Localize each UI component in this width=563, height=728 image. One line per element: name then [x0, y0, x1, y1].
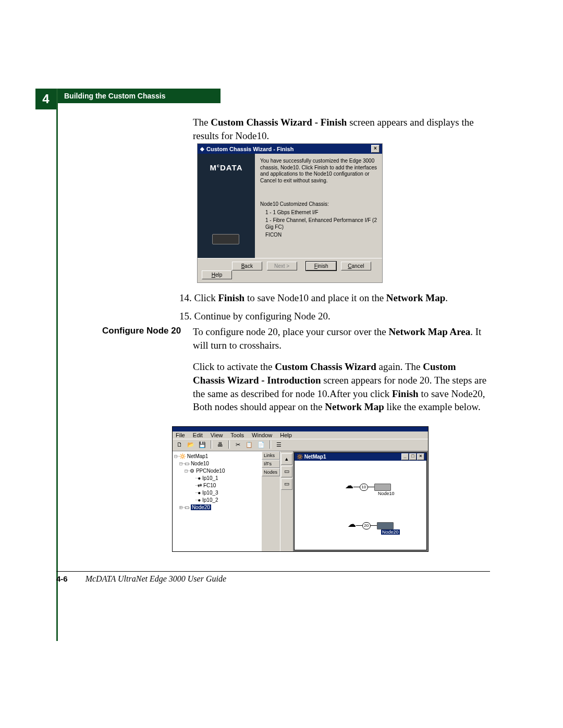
text: To configure node 20, place your cursor …: [193, 326, 388, 337]
step-14: 14. Click Finish to save Node10 and plac…: [179, 291, 490, 306]
header-title: Building the Custom Chassis: [58, 89, 221, 103]
properties-icon[interactable]: ☰: [274, 440, 284, 450]
tree-node20[interactable]: ⊞┄▭ Node20: [174, 504, 260, 511]
chassis-icon: [377, 522, 394, 529]
map-canvas[interactable]: ☁10 Node10 ☁20 Node20: [295, 461, 426, 549]
node-tool2-icon[interactable]: ▭: [281, 478, 292, 490]
side-tabs: Links I/Fs Nodes: [262, 451, 280, 551]
print-icon[interactable]: 🖶: [215, 440, 225, 450]
tree-ip1[interactable]: ┄● Ip10_1: [174, 475, 260, 482]
map-title-text: NetMap1: [304, 454, 326, 460]
next-button: Next >: [267, 262, 297, 270]
menu-help[interactable]: Help: [280, 432, 292, 438]
page-number: 4-6: [56, 574, 68, 583]
netmap-window: 🔆 NetMap1 _ □ × ☁10 Node10 ☁20 No: [294, 452, 427, 550]
step-num: 14.: [179, 292, 192, 303]
wizard-titlebar: ◆ Custom Chassis Wizard - Finish ×: [198, 144, 382, 154]
config-manager-screenshot: File Edit View Tools Window Help 🗋 📂 💾 🖶…: [172, 426, 429, 552]
wizard-message: You have successfully customized the Edg…: [260, 158, 377, 184]
chassis-icon: [212, 234, 239, 244]
step-15: 15. Continue by configuring Node 20.: [179, 309, 490, 324]
wizard-icon: ◆: [200, 146, 204, 152]
text: again. The: [376, 361, 423, 372]
sub-heading: Configure Node 20: [102, 326, 181, 336]
tree-node10[interactable]: ⊟┄▭ Node10: [174, 460, 260, 467]
cloud-icon: ☁: [348, 519, 356, 529]
wizard-content: You have successfully customized the Edg…: [255, 154, 382, 258]
node-id: 10: [360, 484, 368, 491]
wizard-item: 1 - 1 Gbps Ethernet I/F: [260, 209, 377, 216]
copy-icon[interactable]: 📋: [244, 440, 254, 450]
map-node10[interactable]: ☁10 Node10: [341, 480, 395, 496]
node-label: Node20: [381, 529, 400, 535]
tab-links[interactable]: Links: [262, 451, 280, 460]
tree-panel: ⊟┄🔆 NetMap1 ⊟┄▭ Node10 ⊟┄⚙ PPCNode10 ┄● …: [173, 451, 262, 551]
minimize-icon[interactable]: _: [401, 453, 409, 460]
wizard-footer: Back Next > Finish Cancel Help: [198, 258, 382, 282]
left-rule: [56, 89, 58, 641]
toolbar: 🗋 📂 💾 🖶 ✂ 📋 📄 ☰: [173, 439, 428, 451]
cloud-icon: 🔆: [297, 454, 303, 460]
wizard-list-title: Node10 Customized Chassis:: [260, 201, 377, 208]
map-node20[interactable]: ☁20 Node20: [341, 519, 400, 535]
menu-view[interactable]: View: [211, 432, 223, 438]
node-tool-icon[interactable]: ▭: [281, 466, 292, 477]
menubar: File Edit View Tools Window Help: [173, 431, 428, 439]
wizard-title-text: Custom Chassis Wizard - Finish: [206, 146, 293, 152]
book-title: McDATA UltraNet Edge 3000 User Guide: [85, 574, 226, 583]
wizard-screenshot: ◆ Custom Chassis Wizard - Finish × McDAT…: [197, 143, 383, 283]
text: Click to activate the: [193, 361, 275, 372]
text-bold: Custom Chassis Wizard - Finish: [211, 117, 347, 128]
text: to save Node10 and place it on the: [244, 292, 386, 303]
close-icon[interactable]: ×: [371, 145, 380, 153]
step-num: 15.: [179, 311, 192, 322]
text-bold: Network Map: [325, 401, 384, 412]
tab-ifs[interactable]: I/Fs: [262, 460, 280, 468]
wizard-item: 1 - Fibre Channel, Enhanced Performance …: [260, 217, 377, 230]
tree-ip3[interactable]: ┄● Ip10_3: [174, 489, 260, 497]
text: The: [193, 117, 211, 128]
back-button[interactable]: Back: [232, 262, 262, 270]
menu-edit[interactable]: Edit: [193, 432, 203, 438]
text-bold: Finish: [392, 388, 419, 399]
text-bold: Network Map: [386, 292, 445, 303]
node-label: Node10: [378, 491, 395, 496]
sub-para-2: Click to activate the Custom Chassis Wiz…: [193, 360, 490, 414]
cm-titlebar: [173, 427, 428, 431]
cloud-icon: ☁: [345, 480, 353, 490]
tree-fc[interactable]: ┄⇄ FC10: [174, 482, 260, 489]
tree-ip2[interactable]: ┄● Ip10_2: [174, 497, 260, 504]
chassis-icon: [374, 484, 391, 491]
cancel-button[interactable]: Cancel: [341, 262, 371, 270]
close-icon[interactable]: ×: [417, 453, 424, 460]
footer: 4-6 McDATA UltraNet Edge 3000 User Guide: [56, 574, 226, 584]
text: like the example below.: [384, 401, 481, 412]
footer-rule: [56, 571, 490, 572]
menu-file[interactable]: File: [176, 432, 185, 438]
tab-nodes[interactable]: Nodes: [262, 468, 280, 476]
text-bold: Custom Chassis Wizard: [275, 361, 376, 372]
wizard-item: FICON: [260, 232, 377, 239]
text: .: [445, 292, 448, 303]
paste-icon[interactable]: 📄: [256, 440, 266, 450]
help-button[interactable]: Help: [202, 270, 232, 279]
text: Continue by configuring Node 20.: [192, 311, 331, 322]
open-icon[interactable]: 📂: [186, 440, 195, 450]
maximize-icon[interactable]: □: [409, 453, 417, 460]
cut-icon[interactable]: ✂: [233, 440, 242, 450]
menu-tools[interactable]: Tools: [230, 432, 244, 438]
node-id: 20: [362, 522, 371, 529]
sub-para-1: To configure node 20, place your cursor …: [193, 325, 490, 352]
intro-paragraph: The Custom Chassis Wizard - Finish scree…: [193, 116, 490, 142]
chapter-number: 4: [35, 89, 56, 109]
finish-button[interactable]: Finish: [306, 262, 336, 270]
pointer-tool-icon[interactable]: ▴: [281, 453, 292, 465]
text-bold: Finish: [218, 292, 244, 303]
tree-ppc[interactable]: ⊟┄⚙ PPCNode10: [174, 467, 260, 475]
tree-root[interactable]: ⊟┄🔆 NetMap1: [174, 453, 260, 460]
new-icon[interactable]: 🗋: [175, 440, 184, 450]
save-icon[interactable]: 💾: [198, 440, 207, 450]
menu-window[interactable]: Window: [252, 432, 272, 438]
text: Click: [192, 292, 218, 303]
wizard-sidebar: McDATA: [198, 154, 255, 258]
